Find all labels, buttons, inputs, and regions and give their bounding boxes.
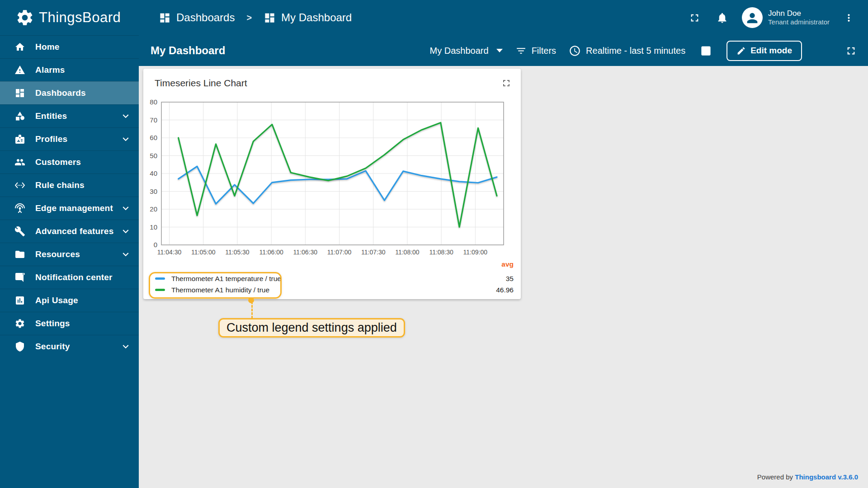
sidebar-item-profiles[interactable]: Profiles [0, 127, 139, 150]
svg-text:11:08:00: 11:08:00 [395, 249, 420, 256]
filter-icon [515, 45, 527, 56]
dashboard-content: Timeseries Line Chart 010203040506070801… [139, 66, 868, 488]
svg-text:11:07:00: 11:07:00 [327, 249, 352, 256]
pencil-icon [736, 46, 746, 56]
dashboard-icon [159, 12, 171, 24]
footer-version-link[interactable]: Thingsboard v.3.6.0 [795, 473, 858, 481]
legend-swatch [155, 277, 165, 280]
svg-text:11:07:30: 11:07:30 [361, 249, 386, 256]
filters-button[interactable]: Filters [515, 45, 556, 56]
sidebar-item-api-usage[interactable]: Api Usage [0, 289, 139, 312]
folder-icon [14, 249, 25, 260]
legend-item[interactable]: Thermometer A1 humidity / true [155, 284, 281, 296]
top-bar-actions: John Doe Tenant administrator [687, 0, 856, 35]
breadcrumb-my-dashboard[interactable]: My Dashboard [264, 11, 352, 24]
user-menu[interactable]: John Doe Tenant administrator [742, 7, 830, 28]
fullscreen-icon [501, 78, 512, 89]
svg-text:11:08:30: 11:08:30 [429, 249, 453, 256]
category-icon [14, 111, 25, 122]
sidebar-item-customers[interactable]: Customers [0, 150, 139, 174]
chevron-down-icon [496, 49, 503, 52]
chart-legend: Thermometer A1 temperature / trueThermom… [155, 273, 281, 296]
antenna-icon [14, 203, 25, 214]
svg-text:70: 70 [150, 116, 157, 124]
sidebar-item-home[interactable]: Home [0, 35, 139, 58]
svg-text:60: 60 [150, 134, 157, 141]
legend-avg-value: 46.96 [496, 284, 514, 296]
ethernet-icon [14, 180, 25, 191]
fullscreen-icon [845, 45, 857, 57]
thingsboard-logo-icon [15, 8, 34, 27]
svg-text:11:06:30: 11:06:30 [293, 249, 318, 256]
sidebar-item-entities[interactable]: Entities [0, 104, 139, 127]
kebab-menu-icon [843, 12, 854, 23]
dashboard-image-button[interactable] [698, 43, 714, 59]
timewindow-button[interactable]: Realtime - last 5 minutes [569, 45, 685, 57]
svg-text:11:06:00: 11:06:00 [259, 249, 283, 256]
sidebar-item-alarms[interactable]: Alarms [0, 58, 139, 81]
chevron-down-icon [120, 249, 132, 260]
thingsboard-app: ThingsBoard Dashboards > My Dashboard Jo… [0, 0, 868, 488]
fullscreen-button[interactable] [687, 10, 703, 26]
export-dashboard-button[interactable] [815, 43, 830, 59]
dashboard-select[interactable]: My Dashboard [430, 46, 503, 56]
sidebar-item-advanced-features[interactable]: Advanced features [0, 220, 139, 243]
sidebar-item-settings[interactable]: Settings [0, 312, 139, 335]
svg-text:11:04:30: 11:04:30 [157, 249, 182, 256]
chart-box-icon [14, 295, 25, 306]
sidebar-item-rule-chains[interactable]: Rule chains [0, 174, 139, 197]
user-name: John Doe [768, 9, 830, 18]
breadcrumb-separator: > [246, 13, 252, 23]
person-icon [745, 10, 760, 26]
app-name: ThingsBoard [39, 9, 121, 26]
dashboard-icon [14, 88, 25, 99]
gear-icon [14, 318, 25, 329]
legend-label: Thermometer A1 humidity / true [171, 286, 269, 294]
sidebar-item-resources[interactable]: Resources [0, 243, 139, 266]
svg-text:11:09:00: 11:09:00 [463, 249, 488, 256]
image-icon [700, 45, 712, 57]
timeseries-chart-svg: 0102030405060708011:04:3011:05:0011:05:3… [143, 99, 505, 258]
toolbar-fullscreen-button[interactable] [843, 43, 859, 59]
sidebar-nav: HomeAlarmsDashboardsEntitiesProfilesCust… [0, 35, 139, 488]
chevron-down-icon [120, 225, 132, 237]
footer-powered-by: Powered by [757, 473, 795, 481]
breadcrumb-dashboards[interactable]: Dashboards [159, 11, 235, 24]
fullscreen-icon [689, 12, 701, 24]
sidebar-item-edge-management[interactable]: Edge management [0, 197, 139, 220]
dashboard-icon [264, 12, 276, 24]
widget-fullscreen-button[interactable] [500, 77, 513, 91]
warning-icon [14, 65, 25, 75]
annotation-callout: Custom legend settings applied [218, 318, 405, 338]
notifications-button[interactable] [714, 10, 730, 26]
home-icon [14, 42, 25, 52]
page-title: My Dashboard [151, 44, 225, 57]
top-bar: ThingsBoard Dashboards > My Dashboard Jo… [0, 0, 868, 35]
breadcrumb: Dashboards > My Dashboard [159, 11, 352, 24]
sidebar-item-notification-center[interactable]: Notification center [0, 266, 139, 289]
chevron-down-icon [120, 133, 132, 145]
user-role: Tenant administrator [768, 18, 830, 27]
sidebar-item-dashboards[interactable]: Dashboards [0, 81, 139, 104]
more-menu-button[interactable] [841, 10, 856, 25]
clock-icon [569, 45, 581, 57]
legend-avg-header: avg [501, 260, 514, 268]
legend-item[interactable]: Thermometer A1 temperature / true [155, 273, 281, 284]
legend-avg-values: 3546.96 [496, 273, 514, 296]
svg-text:20: 20 [150, 205, 157, 213]
callout-dashed-line [251, 301, 253, 319]
download-icon [816, 45, 829, 57]
svg-text:50: 50 [150, 152, 157, 160]
legend-swatch [155, 289, 165, 291]
legend-avg-value: 35 [506, 273, 514, 284]
thingsboard-logo[interactable]: ThingsBoard [0, 8, 139, 27]
svg-text:0: 0 [154, 241, 157, 249]
sidebar-item-security[interactable]: Security [0, 335, 139, 358]
svg-text:10: 10 [150, 223, 157, 231]
svg-text:11:05:00: 11:05:00 [191, 249, 216, 256]
avatar [742, 7, 763, 28]
timeseries-widget: Timeseries Line Chart 010203040506070801… [143, 69, 521, 299]
shield-icon [14, 341, 25, 352]
footer: Powered by Thingsboard v.3.6.0 [757, 473, 858, 481]
edit-mode-button[interactable]: Edit mode [726, 41, 802, 61]
